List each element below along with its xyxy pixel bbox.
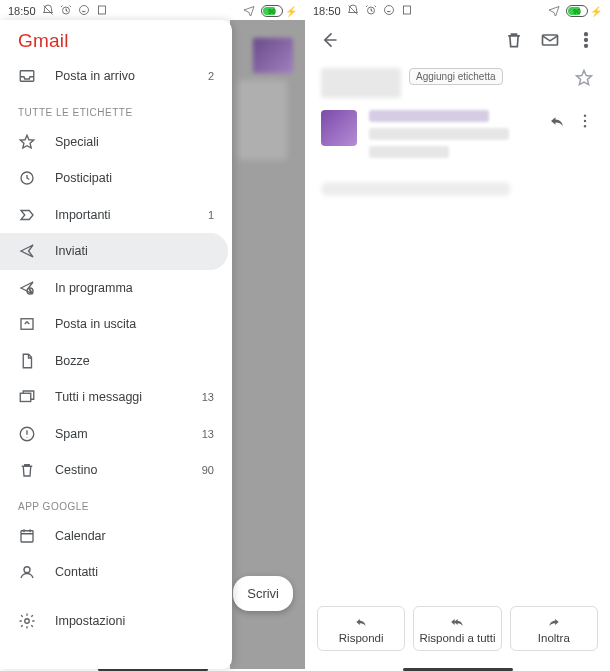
inbox-icon: [18, 67, 36, 85]
blurred-list: [237, 80, 287, 160]
sidebar-item-label: Inviati: [55, 244, 210, 258]
phone-message-view: 18:50 90⚡ Aggiungi etichetta: [305, 0, 610, 671]
sidebar-item-label: Contatti: [55, 565, 216, 579]
battery-icon: 90⚡: [566, 5, 602, 17]
sidebar-item-label: Tutti i messaggi: [55, 390, 202, 404]
add-label-chip[interactable]: Aggiungi etichetta: [409, 68, 503, 85]
sidebar-item-label: Posta in uscita: [55, 317, 214, 331]
phone-drawer-view: 18:50 90⚡ Scrivi Gmail Posta in arrivo: [0, 0, 305, 671]
svg-point-23: [584, 125, 586, 127]
sidebar-item-label: Bozze: [55, 354, 214, 368]
svg-rect-8: [20, 394, 31, 402]
action-label: Inoltra: [538, 632, 570, 644]
sidebar-item-count: 2: [208, 70, 214, 82]
subject-row: Aggiungi etichetta: [305, 64, 610, 106]
subject-redacted: [321, 68, 401, 98]
dnd-icon: [347, 4, 359, 18]
trash-icon: [18, 461, 36, 479]
svg-point-20: [585, 45, 588, 48]
sidebar-item-label: Cestino: [55, 463, 202, 477]
sidebar-item-snoozed[interactable]: Posticipati: [0, 160, 232, 197]
sidebar-item-sent[interactable]: Inviati: [0, 233, 228, 270]
svg-point-21: [584, 115, 586, 117]
draft-icon: [18, 352, 36, 370]
all-mail-icon: [18, 388, 36, 406]
sidebar-item-count: 13: [202, 391, 214, 403]
svg-point-12: [25, 619, 30, 624]
sender-avatar: [321, 110, 357, 146]
scheduled-icon: [18, 279, 36, 297]
airplane-icon: [243, 4, 255, 18]
sender-email-redacted: [369, 128, 509, 140]
svg-point-22: [584, 120, 586, 122]
important-icon: [18, 206, 36, 224]
action-label: Rispondi: [339, 632, 384, 644]
compose-button[interactable]: Scrivi: [233, 576, 293, 611]
status-bar: 18:50 90⚡: [305, 0, 610, 20]
sidebar-item-starred[interactable]: Speciali: [0, 124, 232, 161]
sidebar-item-count: 1: [208, 209, 214, 221]
svg-point-15: [384, 6, 393, 15]
notification-icon: [401, 4, 413, 18]
sidebar-item-outbox[interactable]: Posta in uscita: [0, 306, 232, 343]
background-overlay[interactable]: [230, 20, 305, 669]
message-body: [305, 172, 610, 598]
forward-button[interactable]: Inoltra: [510, 606, 598, 651]
blurred-avatar: [253, 38, 293, 73]
star-icon: [18, 133, 36, 151]
star-toggle[interactable]: [574, 68, 594, 92]
dnd-icon: [42, 4, 54, 18]
svg-rect-16: [403, 6, 410, 14]
sidebar-item-count: 13: [202, 428, 214, 440]
svg-rect-10: [21, 531, 33, 542]
sidebar-item-label: Impostazioni: [55, 614, 216, 628]
status-bar: 18:50 90⚡: [0, 0, 305, 20]
sidebar-item-label: Importanti: [55, 208, 208, 222]
sidebar-item-trash[interactable]: Cestino 90: [0, 452, 232, 489]
sidebar-item-label: Spam: [55, 427, 202, 441]
sidebar-item-label: Posta in arrivo: [55, 69, 208, 83]
action-label: Rispondi a tutti: [419, 632, 495, 644]
reply-button[interactable]: Rispondi: [317, 606, 405, 651]
send-icon: [18, 242, 36, 260]
delete-button[interactable]: [500, 26, 528, 58]
svg-point-19: [585, 39, 588, 42]
svg-point-2: [79, 6, 88, 15]
sender-row[interactable]: [305, 106, 610, 172]
whatsapp-icon: [383, 4, 395, 18]
sidebar-item-scheduled[interactable]: In programma: [0, 270, 232, 307]
alarm-icon: [365, 4, 377, 18]
calendar-icon: [18, 527, 36, 545]
status-time: 18:50: [8, 5, 36, 17]
sender-name-redacted: [369, 110, 489, 122]
body-redacted: [321, 182, 511, 196]
sender-to-redacted: [369, 146, 449, 158]
svg-point-11: [24, 567, 30, 573]
sidebar-item-calendar[interactable]: Calendar: [0, 518, 232, 555]
svg-rect-3: [98, 6, 105, 14]
back-button[interactable]: [315, 26, 343, 58]
sidebar-item-settings[interactable]: Impostazioni: [0, 603, 232, 640]
sidebar-item-important[interactable]: Importanti 1: [0, 197, 232, 234]
reply-icon-button[interactable]: [548, 112, 566, 134]
app-bar: [305, 20, 610, 64]
more-button[interactable]: [572, 26, 600, 58]
sidebar-item-inbox[interactable]: Posta in arrivo 2: [0, 58, 232, 95]
sidebar-item-all-mail[interactable]: Tutti i messaggi 13: [0, 379, 232, 416]
airplane-icon: [548, 4, 560, 18]
sidebar-item-spam[interactable]: Spam 13: [0, 416, 232, 453]
section-google-apps: APP GOOGLE: [0, 489, 232, 518]
mark-unread-button[interactable]: [536, 26, 564, 58]
reply-all-button[interactable]: Rispondi a tutti: [413, 606, 501, 651]
sidebar-item-contacts[interactable]: Contatti: [0, 554, 232, 591]
alarm-icon: [60, 4, 72, 18]
svg-rect-7: [21, 319, 33, 330]
sidebar-item-drafts[interactable]: Bozze: [0, 343, 232, 380]
navigation-drawer: Gmail Posta in arrivo 2 TUTTE LE ETICHET…: [0, 20, 232, 669]
message-more-button[interactable]: [576, 112, 594, 134]
nav-handle[interactable]: [403, 668, 513, 671]
svg-rect-4: [20, 71, 34, 82]
svg-point-18: [585, 33, 588, 36]
sender-info: [369, 110, 536, 164]
section-all-labels: TUTTE LE ETICHETTE: [0, 95, 232, 124]
